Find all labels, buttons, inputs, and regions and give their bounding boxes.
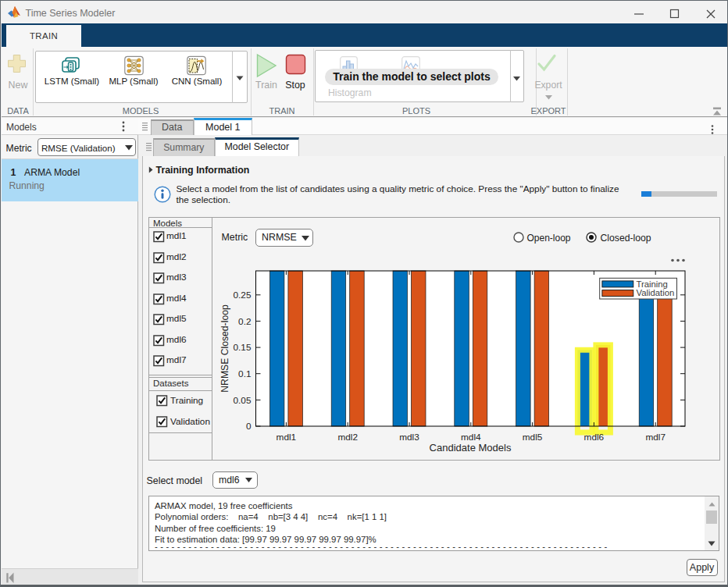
svg-text:0.25: 0.25 (234, 290, 252, 301)
svg-text:NRMSE Closed-loop: NRMSE Closed-loop (219, 304, 230, 393)
svg-text:mdl4: mdl4 (461, 432, 481, 443)
svg-text:mdl3: mdl3 (399, 432, 419, 443)
svg-text:0.15: 0.15 (234, 342, 252, 353)
svg-text:Validation: Validation (637, 288, 675, 297)
svg-text:0.2: 0.2 (238, 316, 251, 327)
svg-text:mdl7: mdl7 (645, 432, 666, 443)
svg-text:mdl6: mdl6 (584, 432, 605, 443)
svg-text:mdl1: mdl1 (277, 432, 297, 443)
svg-text:mdl5: mdl5 (523, 432, 543, 443)
svg-text:0.1: 0.1 (238, 368, 251, 379)
svg-text:0: 0 (246, 421, 252, 432)
svg-text:0.05: 0.05 (234, 395, 252, 406)
svg-text:Training: Training (637, 279, 668, 289)
svg-text:mdl2: mdl2 (337, 432, 358, 443)
svg-text:Candidate Models: Candidate Models (430, 442, 512, 454)
